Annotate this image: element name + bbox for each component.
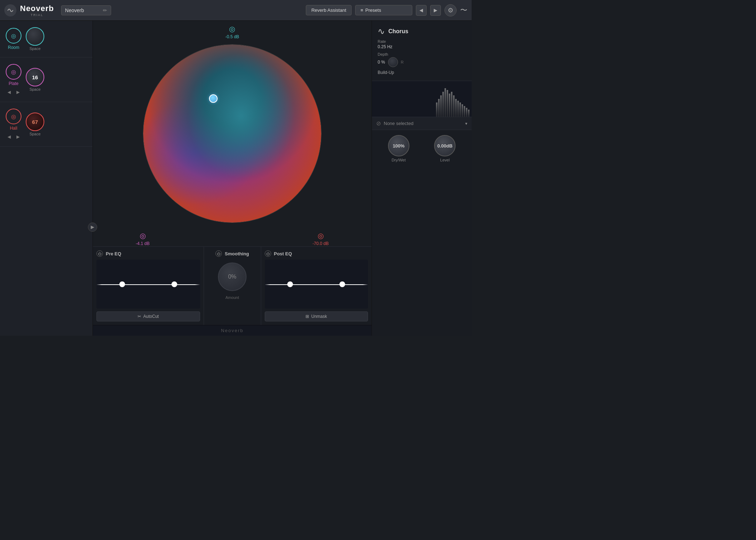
pad-top-icon: ◎ (229, 25, 235, 33)
dry-wet-knob-item: 100% Dry/Wet (388, 135, 409, 162)
svg-rect-1 (438, 99, 439, 117)
nav-prev-button[interactable]: ◀ (416, 5, 427, 16)
plate-section: ◎ Plate ◀ ▶ 16 Space (0, 58, 93, 102)
smoothing-amount-value: 0% (228, 274, 236, 280)
pad-left-icon: ◎ (140, 231, 146, 240)
post-eq-header: ⏻ Post EQ (265, 250, 368, 257)
bottom-section: ⏻ Pre EQ ✂ AutoCut (93, 246, 372, 325)
post-eq-power-icon: ⏻ (266, 252, 270, 256)
pad-circle[interactable] (143, 44, 322, 223)
hall-space-knob-group: 67 Space (26, 112, 44, 136)
unmask-label: Unmask (311, 314, 327, 319)
logo-trial: TRIAL (20, 13, 54, 17)
smoothing-amount-label: Amount (225, 295, 239, 300)
pad-dot[interactable] (209, 94, 218, 103)
post-eq-power-button[interactable]: ⏻ (265, 250, 271, 257)
post-eq-panel: ⏻ Post EQ ⊞ Unmask (261, 247, 372, 325)
hall-prev-button[interactable]: ◀ (6, 134, 12, 140)
smoothing-title: Smoothing (225, 251, 249, 256)
dry-wet-knob[interactable]: 100% (388, 135, 409, 156)
main-area: ◎ Room Space ◎ Plate ◀ (0, 21, 472, 336)
dry-wet-value: 100% (393, 143, 404, 149)
level-knob[interactable]: 0.00dB (434, 135, 456, 156)
unmask-icon: ⊞ (305, 314, 309, 319)
depth-value: 0 % (378, 60, 385, 65)
plate-next-button[interactable]: ▶ (15, 89, 21, 95)
svg-rect-4 (444, 88, 446, 117)
hall-space-value: 67 (32, 119, 38, 125)
svg-rect-2 (440, 95, 442, 117)
knob-row: 100% Dry/Wet 0.00dB Level (372, 130, 472, 164)
depth-knob[interactable] (388, 57, 398, 67)
presets-label: Presets (365, 8, 381, 13)
reverb-pad-area[interactable]: ◎ -0.5 dB ◎ -4.1 dB (93, 21, 372, 246)
pad-top-handle: ◎ -0.5 dB (225, 25, 239, 39)
plate-row: ◎ Plate ◀ ▶ 16 Space (6, 64, 87, 95)
pre-eq-area[interactable] (96, 260, 200, 309)
presets-icon: ≡ (360, 8, 363, 13)
unmask-button[interactable]: ⊞ Unmask (265, 311, 368, 321)
logo-title: Neoverb (20, 4, 54, 13)
chevron-down-icon: ▾ (465, 121, 467, 126)
pre-eq-high-handle[interactable] (171, 281, 177, 287)
level-value: 0.00dB (437, 143, 453, 149)
post-eq-area[interactable] (265, 260, 368, 309)
hall-label: Hall (10, 126, 18, 131)
plate-space-value: 16 (32, 74, 38, 80)
none-selected-dropdown[interactable]: ⊘ None selected ▾ (372, 117, 472, 130)
autocut-button[interactable]: ✂ AutoCut (96, 311, 200, 321)
reverb-assistant-button[interactable]: Reverb Assistant (306, 5, 352, 15)
room-row: ◎ Room Space (6, 27, 87, 51)
room-icon: ◎ (6, 28, 21, 44)
plate-nav: ◀ ▶ (6, 89, 21, 95)
svg-rect-13 (464, 106, 465, 117)
svg-rect-0 (436, 102, 437, 117)
svg-rect-8 (453, 95, 454, 117)
room-section: ◎ Room Space (0, 21, 93, 58)
depth-param: Depth 0 % R (378, 52, 466, 67)
hall-space-knob[interactable]: 67 (26, 112, 44, 131)
sidebar-expand-button[interactable]: ▶ (88, 222, 97, 232)
pad-container[interactable]: ◎ -0.5 dB ◎ -4.1 dB (143, 44, 322, 223)
post-eq-low-handle[interactable] (287, 281, 293, 287)
pre-eq-line (96, 284, 200, 285)
settings-button[interactable]: ⚙ (444, 4, 457, 16)
pre-eq-power-icon: ⏻ (98, 252, 101, 256)
pre-eq-title: Pre EQ (106, 251, 121, 256)
post-eq-high-handle[interactable] (339, 281, 345, 287)
svg-rect-10 (457, 101, 459, 117)
footer: Neoverb (93, 325, 372, 336)
plate-space-knob[interactable]: 16 (26, 68, 44, 86)
buildup-label: Build-Up (378, 70, 466, 75)
hall-next-button[interactable]: ▶ (15, 134, 21, 140)
chorus-title: Chorus (388, 28, 408, 35)
pad-top-value: -0.5 dB (225, 34, 239, 39)
depth-row: 0 % R (378, 57, 466, 67)
center-wrapper: ◎ -0.5 dB ◎ -4.1 dB (93, 21, 372, 336)
presets-button[interactable]: ≡ Presets (355, 5, 412, 15)
pad-right-icon: ◎ (318, 231, 324, 240)
depth-label: Depth (378, 52, 466, 56)
smoothing-amount-knob[interactable]: 0% (218, 262, 247, 291)
svg-rect-15 (468, 110, 469, 117)
plate-icon: ◎ (6, 64, 21, 80)
preset-name-text: Neoverb (65, 8, 84, 13)
pre-eq-low-handle[interactable] (119, 281, 125, 287)
hall-icon: ◎ (6, 109, 21, 124)
pre-eq-power-button[interactable]: ⏻ (96, 250, 103, 257)
svg-rect-9 (455, 99, 457, 117)
hall-space-label: Space (29, 132, 40, 136)
pad-gradient (143, 45, 321, 222)
smoothing-power-button[interactable]: ⏻ (215, 250, 222, 257)
nav-next-button[interactable]: ▶ (430, 5, 441, 16)
preset-name-box[interactable]: Neoverb ✏ (61, 5, 111, 15)
level-label: Level (440, 158, 449, 162)
histogram-svg (372, 81, 472, 117)
pre-eq-panel: ⏻ Pre EQ ✂ AutoCut (93, 247, 204, 325)
plate-prev-button[interactable]: ◀ (6, 89, 12, 95)
room-space-knob[interactable] (26, 27, 44, 46)
smoothing-power-icon: ⏻ (217, 252, 220, 256)
sidebar-expander: ▶ (0, 147, 93, 336)
chorus-section: ∿ Chorus Rate 0.25 Hz Depth 0 % R Build-… (372, 21, 472, 81)
none-selected-text: None selected (384, 121, 462, 126)
